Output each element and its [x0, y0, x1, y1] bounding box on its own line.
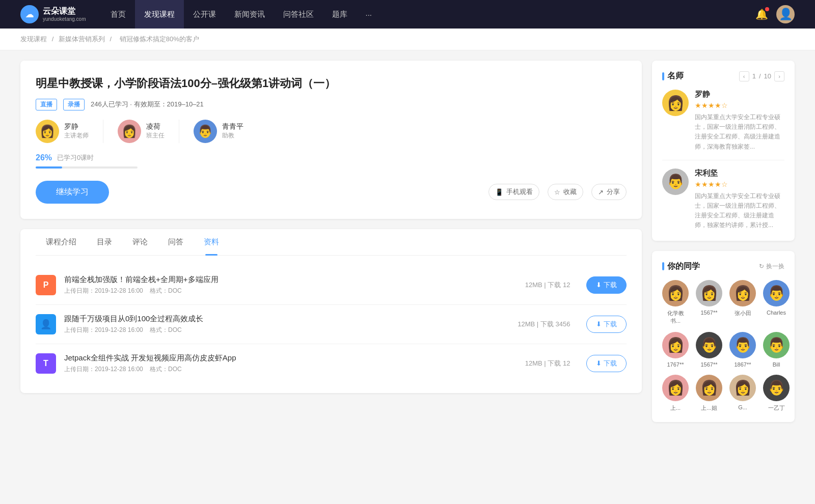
logo-icon: ☁	[20, 5, 39, 23]
classmate-0[interactable]: 👩 化学教书...	[662, 280, 689, 325]
nav-right: 🔔 👤	[755, 5, 795, 23]
nav-exam[interactable]: 题库	[323, 0, 357, 29]
teacher-info-0: 罗静 主讲老师	[64, 122, 89, 140]
nav-more[interactable]: ···	[357, 0, 382, 29]
tab-comment[interactable]: 评论	[122, 229, 158, 255]
classmates-grid: 👩 化学教书... 👩 1567** 👩 张小田 👨 Charles 👩	[662, 280, 784, 412]
tab-intro[interactable]: 课程介绍	[36, 229, 87, 255]
notification-dot	[765, 7, 769, 11]
resource-item-2: T Jetpack全组件实战 开发短视频应用高仿皮皮虾App 上传日期：2019…	[36, 344, 627, 383]
progress-section: 26% 已学习0课时	[36, 153, 627, 169]
resource-name-0: 前端全栈加强版！前端全栈+全周期+多端应用	[64, 275, 517, 285]
nav-qa[interactable]: 问答社区	[274, 0, 323, 29]
classmate-5[interactable]: 👨 1567**	[696, 332, 722, 368]
ts-info-0: 罗静 ★★★★☆ 国内某重点大学安全工程专业硕士，国家一级注册消防工程师、注册安…	[695, 90, 784, 152]
breadcrumb-discover[interactable]: 发现课程	[20, 35, 47, 43]
badge-live: 直播	[36, 99, 57, 110]
ts-avatar-0: 👩	[662, 90, 689, 116]
bell-icon[interactable]: 🔔	[755, 8, 768, 20]
resource-meta-0: 上传日期：2019-12-28 16:00 格式：DOC	[64, 287, 517, 295]
classmate-avatar-0: 👩	[662, 280, 689, 306]
mobile-watch-button[interactable]: 📱 手机观看	[488, 184, 539, 200]
classmate-name-6: 1867**	[734, 361, 751, 368]
nav-home[interactable]: 首页	[101, 0, 135, 29]
tabs-header: 课程介绍 目录 评论 问答 资料	[36, 229, 627, 256]
teacher-0: 👩 罗静 主讲老师	[36, 120, 89, 143]
nav-items: 首页 发现课程 公开课 新闻资讯 问答社区 题库 ···	[101, 0, 755, 29]
classmate-avatar-8: 👩	[662, 375, 689, 401]
classmate-avatar-9: 👩	[696, 375, 722, 401]
share-button[interactable]: ↗ 分享	[591, 184, 627, 200]
teacher-info-2: 青青平 助教	[222, 122, 243, 140]
classmate-11[interactable]: 👨 一乙丁	[763, 375, 790, 412]
classmate-3[interactable]: 👨 Charles	[763, 280, 790, 325]
logo-text: 云朵课堂 yunduoketang.com	[43, 6, 86, 22]
classmate-name-0: 化学教书...	[662, 310, 689, 325]
continue-button[interactable]: 继续学习	[36, 181, 109, 204]
classmate-8[interactable]: 👩 上...	[662, 375, 689, 412]
tab-resources[interactable]: 资料	[194, 229, 229, 255]
ts-name-1: 宋利坚	[695, 169, 784, 178]
course-meta: 直播 录播 246人已学习 · 有效期至：2019–10–21	[36, 99, 627, 110]
classmate-name-8: 上...	[670, 404, 681, 412]
teacher-role-0: 主讲老师	[64, 131, 89, 140]
teacher-1: 👩 凌荷 班主任	[118, 120, 165, 143]
user-avatar-nav[interactable]: 👤	[776, 5, 795, 23]
teachers-card-header: 名师 ‹ 1 / 10 ›	[662, 71, 784, 81]
breadcrumb-series[interactable]: 新媒体营销系列	[59, 35, 105, 43]
classmate-10[interactable]: 👩 G...	[729, 375, 756, 412]
page-prev[interactable]: ‹	[739, 71, 749, 81]
teacher-2: 👨 青青平 助教	[194, 120, 243, 143]
teacher-sidebar-0: 👩 罗静 ★★★★☆ 国内某重点大学安全工程专业硕士，国家一级注册消防工程师、注…	[662, 90, 784, 160]
resource-stats-0: 12MB | 下载 12	[525, 281, 570, 290]
tab-qa[interactable]: 问答	[158, 229, 194, 255]
nav-discover[interactable]: 发现课程	[135, 0, 184, 29]
resource-name-1: 跟随千万级项目从0到100全过程高效成长	[64, 314, 509, 324]
teacher-avatar-0: 👩	[36, 120, 59, 143]
pagination: ‹ 1 / 10 ›	[739, 71, 784, 81]
breadcrumb: 发现课程 / 新媒体营销系列 / 销冠修炼术搞定80%的客户	[0, 29, 815, 50]
download-button-2[interactable]: ⬇ 下载	[586, 355, 627, 372]
tabs-card: 课程介绍 目录 评论 问答 资料 P 前端全栈加强版！前端全栈+全周期+多端应用…	[20, 229, 642, 393]
resource-name-2: Jetpack全组件实战 开发短视频应用高仿皮皮虾App	[64, 353, 517, 363]
nav-open[interactable]: 公开课	[184, 0, 225, 29]
teacher-divider-1	[103, 120, 103, 143]
resource-icon-0: P	[36, 275, 56, 295]
teacher-role-2: 助教	[222, 131, 243, 140]
download-button-0[interactable]: ⬇ 下载	[586, 276, 627, 294]
ts-desc-1: 国内某重点大学安全工程专业硕士，国家一级注册消防工程师、注册安全工程师、级注册建…	[695, 191, 784, 231]
collect-button[interactable]: ☆ 收藏	[548, 184, 583, 200]
classmate-9[interactable]: 👩 上...姐	[696, 375, 722, 412]
refresh-classmates[interactable]: ↻ 换一换	[759, 262, 784, 271]
ts-desc-0: 国内某重点大学安全工程专业硕士，国家一级注册消防工程师、注册安全工程师、高级注册…	[695, 113, 784, 152]
teacher-avatar-1: 👩	[118, 120, 141, 143]
classmate-name-2: 张小田	[735, 310, 751, 317]
progress-percent: 26%	[36, 153, 52, 162]
download-button-1[interactable]: ⬇ 下载	[586, 316, 627, 333]
logo[interactable]: ☁ 云朵课堂 yunduoketang.com	[20, 5, 86, 23]
classmate-6[interactable]: 👨 1867**	[729, 332, 756, 368]
classmate-4[interactable]: 👩 1767**	[662, 332, 689, 368]
classmates-card: 你的同学 ↻ 换一换 👩 化学教书... 👩 1567** 👩 张小田	[652, 251, 795, 422]
ts-stars-0: ★★★★☆	[695, 101, 784, 109]
ts-name-0: 罗静	[695, 90, 784, 99]
resource-item-1: 👤 跟随千万级项目从0到100全过程高效成长 上传日期：2019-12-28 1…	[36, 305, 627, 344]
classmate-name-11: 一乙丁	[768, 404, 785, 412]
classmates-card-header: 你的同学 ↻ 换一换	[662, 261, 784, 272]
classmate-1[interactable]: 👩 1567**	[696, 280, 722, 325]
nav-news[interactable]: 新闻资讯	[225, 0, 274, 29]
teachers-sidebar-card: 名师 ‹ 1 / 10 › 👩 罗静 ★★★★☆ 国内某重点大学安全工程专业硕士…	[652, 61, 795, 241]
teachers-section: 👩 罗静 主讲老师 👩 凌荷 班主任	[36, 120, 627, 143]
page-next[interactable]: ›	[774, 71, 784, 81]
classmate-7[interactable]: 👨 Bill	[763, 332, 790, 368]
classmate-name-9: 上...姐	[701, 404, 717, 412]
teacher-sidebar-1: 👨 宋利坚 ★★★★☆ 国内某重点大学安全工程专业硕士，国家一级注册消防工程师、…	[662, 169, 784, 231]
classmate-name-5: 1567**	[700, 361, 717, 368]
course-title: 明星中教授课，小学阶段语法100分–强化级第1讲动词（一）	[36, 76, 627, 92]
classmates-title: 你的同学	[662, 261, 700, 272]
tab-catalog[interactable]: 目录	[87, 229, 122, 255]
tab-content: P 前端全栈加强版！前端全栈+全周期+多端应用 上传日期：2019-12-28 …	[36, 256, 627, 393]
classmate-2[interactable]: 👩 张小田	[729, 280, 756, 325]
mobile-label: 手机观看	[506, 187, 533, 197]
refresh-label: 换一换	[766, 262, 784, 271]
